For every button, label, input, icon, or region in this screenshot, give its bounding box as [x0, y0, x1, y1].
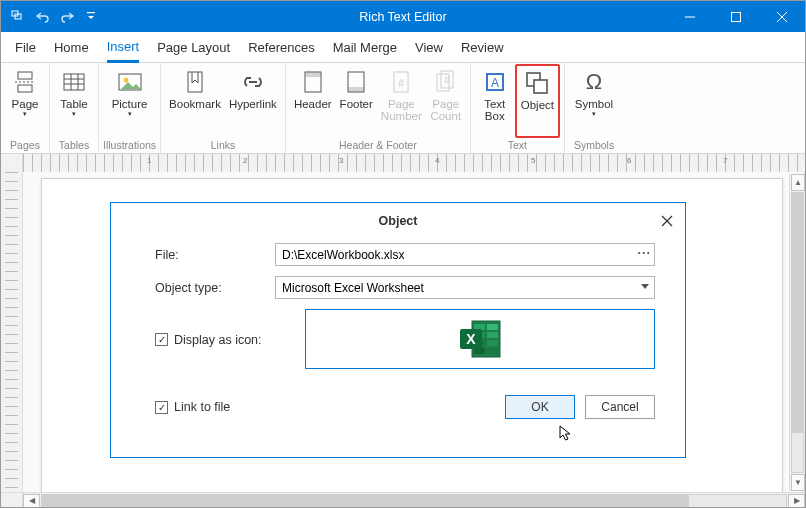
link-to-file-checkbox[interactable]: ✓: [155, 401, 168, 414]
bookmark-icon: [181, 68, 209, 96]
file-input[interactable]: [275, 243, 655, 266]
scroll-down-icon[interactable]: ▼: [791, 474, 805, 491]
horizontal-ruler[interactable]: 1 2 3 4 5 6 7: [1, 154, 805, 172]
svg-rect-2: [87, 12, 95, 13]
picture-button[interactable]: Picture▾: [104, 65, 156, 138]
scroll-right-icon[interactable]: ▶: [788, 494, 805, 508]
svg-rect-19: [305, 72, 321, 77]
table-button[interactable]: Table▾: [54, 65, 94, 138]
icon-preview[interactable]: X: [305, 309, 655, 369]
svg-rect-17: [188, 72, 202, 92]
footer-icon: [342, 68, 370, 96]
scroll-left-icon[interactable]: ◀: [23, 494, 40, 508]
dialog-close-button[interactable]: [659, 213, 675, 229]
group-label: Links: [211, 138, 236, 153]
close-button[interactable]: [759, 1, 805, 32]
svg-rect-40: [487, 340, 498, 346]
svg-text:#: #: [444, 75, 450, 86]
page-count-icon: #: [432, 68, 460, 96]
group-label: Header & Footer: [339, 138, 417, 153]
svg-rect-10: [64, 74, 84, 90]
page-button[interactable]: Page▾: [5, 65, 45, 138]
symbol-icon: Ω: [580, 68, 608, 96]
svg-rect-4: [732, 12, 741, 21]
undo-icon[interactable]: [35, 9, 51, 25]
title-bar: Rich Text Editor: [1, 1, 805, 32]
vertical-scrollbar[interactable]: ▲ ▼: [789, 174, 805, 491]
ribbon-group-tables: Table▾ Tables: [50, 63, 99, 153]
excel-icon: X: [456, 317, 504, 361]
svg-rect-8: [18, 85, 32, 92]
tab-insert[interactable]: Insert: [107, 33, 140, 63]
ribbon-tabs: File Home Insert Page Layout References …: [1, 32, 805, 63]
display-as-icon-label: Display as icon:: [174, 333, 262, 347]
ribbon: Page▾ Pages Table▾ Tables Picture▾ Illus…: [1, 63, 805, 154]
svg-rect-38: [487, 332, 498, 338]
svg-rect-36: [487, 324, 498, 330]
tab-view[interactable]: View: [415, 32, 443, 62]
svg-rect-21: [348, 87, 364, 92]
ribbon-group-pages: Page▾ Pages: [1, 63, 50, 153]
ribbon-group-links: Bookmark Hyperlink Links: [161, 63, 286, 153]
file-label: File:: [155, 248, 275, 262]
svg-rect-30: [534, 80, 547, 93]
group-label: Illustrations: [103, 138, 156, 153]
object-button[interactable]: Object: [515, 64, 560, 138]
group-label: Text: [508, 138, 527, 153]
page-break-icon: [11, 68, 39, 96]
minimize-button[interactable]: [667, 1, 713, 32]
object-type-label: Object type:: [155, 281, 275, 295]
redo-icon[interactable]: [59, 9, 75, 25]
ok-button[interactable]: OK: [505, 395, 575, 419]
svg-text:X: X: [466, 331, 476, 347]
symbol-button[interactable]: Ω Symbol▾: [569, 65, 619, 138]
footer-button[interactable]: Footer: [336, 65, 377, 138]
horizontal-scroll-thumb[interactable]: [42, 495, 689, 507]
mouse-cursor-icon: [559, 425, 573, 443]
header-icon: [299, 68, 327, 96]
text-box-icon: A: [481, 68, 509, 96]
object-icon: [523, 69, 551, 97]
object-type-select[interactable]: [275, 276, 655, 299]
dropdown-icon[interactable]: [641, 284, 649, 289]
vertical-ruler[interactable]: [1, 172, 23, 492]
vertical-scroll-thumb[interactable]: [792, 193, 803, 433]
close-icon: [661, 215, 673, 227]
bookmark-button[interactable]: Bookmark: [165, 65, 225, 138]
ribbon-group-illustrations: Picture▾ Illustrations: [99, 63, 161, 153]
svg-text:A: A: [491, 76, 499, 90]
group-label: Symbols: [574, 138, 614, 153]
group-label: Tables: [59, 138, 89, 153]
group-label: Pages: [10, 138, 40, 153]
hyperlink-button[interactable]: Hyperlink: [225, 65, 281, 138]
ribbon-group-symbols: Ω Symbol▾ Symbols: [565, 63, 623, 153]
cancel-button[interactable]: Cancel: [585, 395, 655, 419]
scroll-up-icon[interactable]: ▲: [791, 174, 805, 191]
page-count-button: # Page Count: [426, 65, 466, 138]
page-number-icon: #: [387, 68, 415, 96]
tab-file[interactable]: File: [15, 32, 36, 62]
display-as-icon-checkbox[interactable]: ✓: [155, 333, 168, 346]
maximize-button[interactable]: [713, 1, 759, 32]
svg-point-16: [123, 78, 128, 83]
header-button[interactable]: Header: [290, 65, 336, 138]
horizontal-scrollbar[interactable]: ◀ ▶: [1, 492, 805, 508]
ribbon-group-header-footer: Header Footer # Page Number # Page Count…: [286, 63, 471, 153]
dialog-title: Object: [379, 214, 418, 228]
text-box-button[interactable]: A Text Box: [475, 65, 515, 138]
tab-references[interactable]: References: [248, 32, 314, 62]
svg-text:#: #: [398, 77, 405, 89]
svg-rect-7: [18, 72, 32, 79]
picture-icon: [116, 68, 144, 96]
browse-button[interactable]: ···: [638, 246, 651, 260]
object-dialog: Object File: ··· Object type: ✓ Display …: [110, 202, 686, 458]
tab-mail-merge[interactable]: Mail Merge: [333, 32, 397, 62]
svg-rect-42: [487, 348, 498, 354]
tab-review[interactable]: Review: [461, 32, 504, 62]
ribbon-group-text: A Text Box Object Text: [471, 63, 565, 153]
tab-home[interactable]: Home: [54, 32, 89, 62]
hyperlink-icon: [239, 68, 267, 96]
tab-page-layout[interactable]: Page Layout: [157, 32, 230, 62]
page-number-button: # Page Number: [377, 65, 426, 138]
qat-dropdown-icon[interactable]: [83, 9, 99, 25]
